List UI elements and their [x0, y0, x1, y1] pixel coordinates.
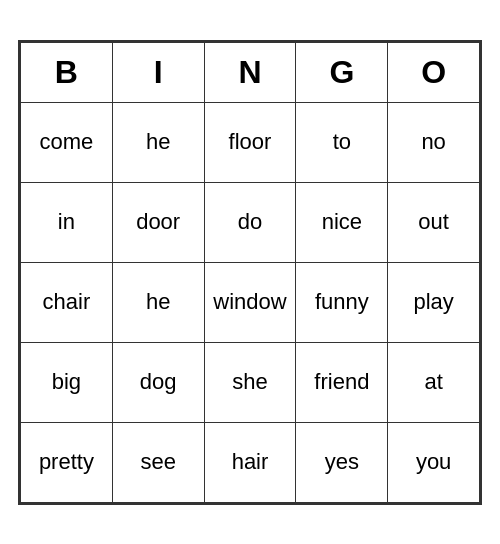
table-cell: out [388, 182, 480, 262]
table-cell: nice [296, 182, 388, 262]
table-cell: chair [21, 262, 113, 342]
table-cell: no [388, 102, 480, 182]
table-cell: do [204, 182, 296, 262]
table-row: chairhewindowfunnyplay [21, 262, 480, 342]
table-cell: hair [204, 422, 296, 502]
table-row: prettyseehairyesyou [21, 422, 480, 502]
table-cell: floor [204, 102, 296, 182]
header-b: B [21, 42, 113, 102]
table-cell: door [112, 182, 204, 262]
table-cell: he [112, 262, 204, 342]
bingo-card: B I N G O comehefloortonoindoordoniceout… [18, 40, 482, 505]
bingo-table: B I N G O comehefloortonoindoordoniceout… [20, 42, 480, 503]
table-cell: big [21, 342, 113, 422]
table-row: bigdogshefriendat [21, 342, 480, 422]
header-n: N [204, 42, 296, 102]
table-row: comehefloortono [21, 102, 480, 182]
table-row: indoordoniceout [21, 182, 480, 262]
table-cell: yes [296, 422, 388, 502]
header-i: I [112, 42, 204, 102]
table-cell: funny [296, 262, 388, 342]
table-cell: in [21, 182, 113, 262]
table-cell: come [21, 102, 113, 182]
header-g: G [296, 42, 388, 102]
table-cell: to [296, 102, 388, 182]
table-cell: friend [296, 342, 388, 422]
table-cell: he [112, 102, 204, 182]
table-cell: see [112, 422, 204, 502]
table-cell: she [204, 342, 296, 422]
header-o: O [388, 42, 480, 102]
table-cell: pretty [21, 422, 113, 502]
table-cell: play [388, 262, 480, 342]
table-cell: window [204, 262, 296, 342]
table-cell: you [388, 422, 480, 502]
table-cell: dog [112, 342, 204, 422]
table-cell: at [388, 342, 480, 422]
header-row: B I N G O [21, 42, 480, 102]
